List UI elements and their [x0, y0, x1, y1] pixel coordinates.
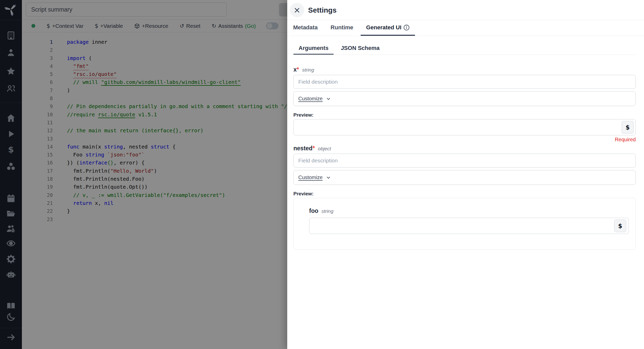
insert-variable-button[interactable]: $: [622, 121, 634, 134]
insert-variable-button[interactable]: $: [614, 220, 626, 232]
customize-box-nested: Customize: [293, 170, 636, 185]
preview-input-x[interactable]: [293, 119, 636, 135]
chevron-down-icon: [326, 96, 331, 102]
preview-label-nested: Preview:: [293, 191, 636, 197]
tab-runtime[interactable]: Runtime: [325, 20, 359, 36]
info-icon[interactable]: [403, 24, 410, 31]
nested-preview-box: foo string $: [293, 198, 636, 250]
app-screen: $ $ +Context Var $ +Variable: [0, 0, 644, 349]
drawer-title: Settings: [308, 6, 336, 14]
required-asterisk: *: [312, 145, 315, 152]
tab-metadata[interactable]: Metadata: [288, 20, 323, 36]
subtab-json-schema[interactable]: JSON Schema: [336, 42, 385, 55]
customize-toggle-nested[interactable]: Customize: [298, 174, 323, 180]
customize-toggle-x[interactable]: Customize: [298, 96, 323, 102]
generated-ui-subtabs: Arguments JSON Schema: [293, 42, 636, 55]
drawer-content: Arguments JSON Schema x* string Customiz…: [287, 42, 644, 250]
drawer-header: × Settings: [287, 0, 644, 20]
required-asterisk: *: [297, 66, 299, 73]
nested-preview-field-label: foo string: [309, 207, 629, 214]
customize-box-x: Customize: [293, 91, 636, 106]
settings-drawer: × Settings Metadata Runtime Generated UI…: [287, 0, 644, 349]
tab-generated-ui[interactable]: Generated UI: [361, 20, 415, 36]
settings-tabbar: Metadata Runtime Generated UI: [287, 20, 644, 36]
field-type: string: [321, 208, 333, 214]
field-description-input-nested[interactable]: [293, 154, 636, 168]
field-label-x: x* string: [293, 66, 636, 73]
preview-input-foo[interactable]: [309, 218, 629, 234]
chevron-down-icon: [326, 175, 331, 180]
field-label-nested: nested* object: [293, 145, 636, 152]
subtab-arguments[interactable]: Arguments: [293, 42, 334, 55]
field-type: string: [302, 67, 314, 73]
preview-label-x: Preview:: [293, 112, 636, 118]
required-note: Required: [293, 137, 636, 143]
field-type: object: [318, 146, 331, 152]
close-button[interactable]: ×: [290, 3, 304, 17]
field-description-input-x[interactable]: [293, 75, 636, 89]
